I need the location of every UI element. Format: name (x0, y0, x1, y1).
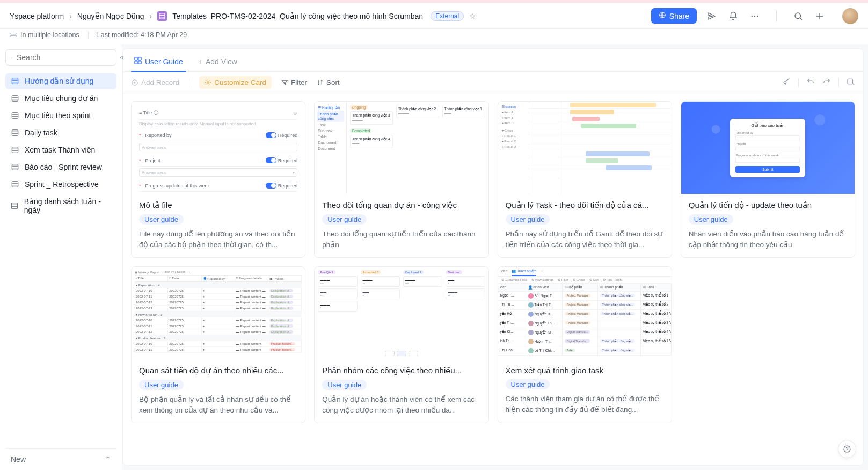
svg-point-2 (752, 15, 753, 16)
sidebar: « Hướng dẫn sử dụngMục tiêu chung dự ánM… (0, 44, 122, 470)
svg-rect-23 (848, 79, 852, 84)
svg-rect-10 (12, 96, 18, 102)
svg-point-22 (207, 82, 209, 83)
bell-icon[interactable] (728, 11, 739, 21)
card-title: Mô tả file (139, 200, 297, 210)
svg-point-4 (757, 15, 758, 16)
card[interactable]: ☰ Hướng dẫnThành phần công việcTaskSub t… (314, 101, 488, 258)
toolbar: Add Record Customize Card Filter Sort (122, 72, 864, 93)
card-thumbnail: ◉ Weekly ReportFilter by Project+ ▫ Titl… (132, 267, 305, 359)
card-thumbnail: ☰ Hướng dẫnThành phần công việcTaskSub t… (315, 102, 488, 194)
svg-point-8 (11, 57, 12, 57)
star-icon[interactable]: ☆ (469, 12, 476, 20)
sidebar-item[interactable]: Hướng dẫn sử dụng (5, 73, 116, 89)
card-description: Phần này sử dụng biểu đồ Gantt để theo d… (506, 229, 664, 250)
svg-rect-16 (12, 203, 18, 209)
svg-rect-12 (12, 130, 18, 136)
sidebar-item[interactable]: Mục tiêu theo sprint (5, 107, 116, 124)
table-icon (11, 128, 19, 137)
undo-icon[interactable] (806, 77, 815, 88)
table-icon (11, 163, 19, 171)
svg-rect-0 (159, 13, 165, 19)
gallery-icon (134, 57, 142, 66)
sidebar-item[interactable]: Xem task Thành viên (5, 142, 116, 158)
bitable-icon (157, 11, 167, 21)
card-thumbnail: Pre-QA 1▬▬▬◦◦◦▬▬◦◦▬▬▬◦ Accepted 1▬▬▬◦◦▬▬… (315, 267, 488, 359)
card[interactable]: ☰ Section▸ Item A▸ Item B▸ Item C▾ Group… (498, 101, 672, 258)
view-tabs: User Guide + Add View (122, 48, 864, 72)
redo-icon[interactable] (822, 77, 831, 88)
plus-icon[interactable] (814, 11, 825, 21)
search-input[interactable] (5, 49, 116, 66)
collapse-sidebar-icon[interactable]: « (120, 53, 124, 61)
sidebar-item-label: Sprint _ Retrospective (25, 180, 99, 189)
search-field[interactable] (17, 53, 111, 62)
sidebar-item-label: Daily task (25, 128, 57, 137)
add-record-button[interactable]: Add Record (131, 78, 179, 86)
card[interactable]: ◉ Weekly ReportFilter by Project+ ▫ Titl… (131, 266, 305, 423)
sidebar-item[interactable]: Bảng danh sách tuần - ngày (5, 193, 116, 218)
separator (798, 78, 799, 87)
share-link-icon[interactable] (782, 77, 791, 88)
last-modified: Last modified: 4:18 PM Apr 29 (97, 31, 187, 39)
sidebar-item[interactable]: Sprint _ Retrospective (5, 176, 116, 192)
table-icon (11, 111, 19, 120)
svg-rect-19 (135, 61, 137, 64)
sidebar-item-label: Mục tiêu theo sprint (25, 111, 91, 120)
sidebar-item[interactable]: Báo cáo _Sprint review (5, 159, 116, 175)
card-tag: User guide (139, 380, 184, 390)
filter-button[interactable]: Filter (281, 78, 307, 86)
card-description: Nhân viên điền vào phần báo cáo hàng tuầ… (689, 229, 847, 250)
breadcrumb-mid[interactable]: Nguyễn Ngọc Dũng (77, 12, 144, 20)
card-tag: User guide (322, 380, 367, 390)
card-description: File này dùng để lên phương án và theo d… (139, 229, 297, 250)
sort-button[interactable]: Sort (317, 78, 340, 86)
breadcrumb-root[interactable]: Yspace platform (10, 12, 64, 20)
content: User Guide + Add View Add Record (122, 44, 868, 470)
header-actions (706, 8, 858, 24)
search-icon[interactable] (793, 11, 804, 21)
chevron-right-icon: › (149, 12, 152, 20)
svg-point-3 (754, 15, 755, 16)
add-view-button[interactable]: + Add View (195, 54, 240, 71)
sidebar-item-label: Xem task Thành viên (25, 146, 95, 154)
search-in-view-icon[interactable] (847, 77, 855, 88)
help-button[interactable] (838, 440, 856, 458)
card-title: Quản lý Task - theo dõi tiến độ của cá..… (506, 200, 664, 210)
card-description: Theo dõi tổng quan sự tiến triển của các… (322, 229, 480, 250)
card[interactable]: Pre-QA 1▬▬▬◦◦◦▬▬◦◦▬▬▬◦ Accepted 1▬▬▬◦◦▬▬… (314, 266, 488, 423)
external-badge: External (431, 11, 464, 21)
tab-user-guide[interactable]: User Guide (131, 54, 186, 71)
svg-rect-9 (12, 78, 18, 84)
card-thumbnail: ≡ Title ⓘ⊖ Display calculation results o… (132, 102, 305, 194)
card-title: Quản lý tiến độ - update theo tuần (689, 200, 847, 210)
sidebar-item[interactable]: Daily task (5, 125, 116, 141)
table-icon (11, 94, 19, 103)
sidebar-nav: Hướng dẫn sử dụngMục tiêu chung dự ánMục… (5, 73, 116, 218)
table-icon (11, 180, 19, 189)
svg-rect-14 (12, 164, 18, 170)
card[interactable]: ≡ Title ⓘ⊖ Display calculation results o… (131, 101, 305, 258)
send-icon[interactable] (706, 11, 717, 21)
more-icon[interactable] (749, 11, 760, 21)
separator (88, 31, 89, 39)
card[interactable]: Gửi báo cáo tuần Reported byProjectProgr… (681, 101, 855, 258)
svg-point-5 (795, 13, 801, 19)
location-indicator[interactable]: In multiple locations (10, 31, 79, 39)
separator (776, 10, 777, 22)
svg-rect-18 (138, 57, 141, 60)
card-tag: User guide (506, 379, 550, 389)
card-title: Theo dõi tổng quan dự án - công việc (322, 200, 480, 210)
new-button[interactable]: New (11, 455, 26, 464)
sidebar-item-label: Mục tiêu chung dự án (25, 94, 98, 103)
card[interactable]: viên👥 Trách nhiệm+ ⚙ Customize Field⚙ Vi… (498, 266, 672, 423)
share-button[interactable]: Share (651, 8, 697, 24)
avatar[interactable] (842, 8, 858, 24)
sidebar-item[interactable]: Mục tiêu chung dự án (5, 90, 116, 106)
sidebar-item-label: Hướng dẫn sử dụng (25, 77, 93, 85)
svg-rect-11 (12, 113, 18, 119)
card-tag: User guide (689, 214, 733, 225)
breadcrumb-doc-title[interactable]: Templates_PRO-TMS-02-2024_Quản lý công v… (172, 12, 423, 20)
chevron-up-icon[interactable]: ⌃ (105, 455, 111, 464)
customize-card-button[interactable]: Customize Card (199, 76, 272, 89)
